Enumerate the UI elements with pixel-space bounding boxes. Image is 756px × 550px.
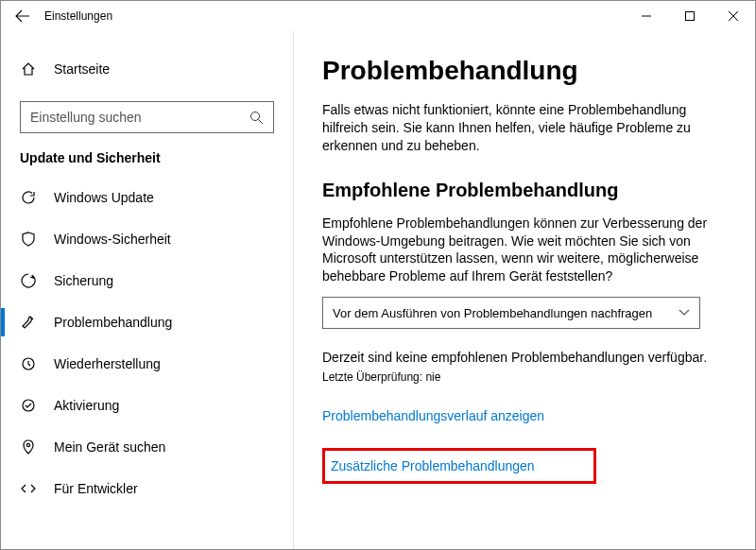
- find-icon: [20, 439, 37, 455]
- update-icon: [20, 190, 37, 205]
- sidebar-item-update[interactable]: Windows Update: [1, 177, 293, 218]
- home-label: Startseite: [54, 61, 110, 77]
- sidebar-item-label: Wiederherstellung: [54, 356, 161, 371]
- back-button[interactable]: [9, 2, 37, 30]
- recommended-description: Empfohlene Problembehandlungen können zu…: [322, 215, 727, 286]
- sidebar: Startseite Update und Sicherheit Windows…: [1, 31, 294, 549]
- home-icon: [20, 61, 37, 77]
- recommendation-dropdown[interactable]: Vor dem Ausführen von Problembehandlunge…: [322, 297, 700, 329]
- svg-rect-1: [686, 12, 695, 21]
- sidebar-item-label: Für Entwickler: [54, 481, 138, 496]
- sidebar-item-wrench[interactable]: Problembehandlung: [1, 301, 293, 343]
- page-title: Problembehandlung: [322, 56, 727, 86]
- backup-icon: [20, 273, 37, 288]
- maximize-button[interactable]: [668, 1, 712, 31]
- chevron-down-icon: [679, 309, 690, 317]
- search-box[interactable]: [20, 101, 274, 133]
- category-header: Update und Sicherheit: [1, 150, 293, 177]
- sidebar-item-backup[interactable]: Sicherung: [1, 260, 293, 301]
- sidebar-item-label: Windows-Sicherheit: [54, 232, 171, 247]
- svg-point-6: [26, 443, 29, 446]
- sidebar-item-label: Sicherung: [54, 273, 113, 288]
- svg-point-5: [23, 400, 34, 411]
- sidebar-item-dev[interactable]: Für Entwickler: [1, 468, 293, 509]
- sidebar-item-find[interactable]: Mein Gerät suchen: [1, 426, 293, 468]
- main-content: Problembehandlung Falls etwas nicht funk…: [294, 31, 755, 549]
- dropdown-value: Vor dem Ausführen von Problembehandlunge…: [333, 306, 652, 320]
- sidebar-item-label: Mein Gerät suchen: [54, 439, 165, 455]
- check-icon: [20, 398, 37, 413]
- home-link[interactable]: Startseite: [1, 50, 293, 88]
- shield-icon: [20, 232, 37, 247]
- sidebar-item-label: Windows Update: [54, 190, 154, 205]
- svg-line-3: [259, 119, 264, 124]
- close-button[interactable]: [712, 1, 755, 31]
- sidebar-item-restore[interactable]: Wiederherstellung: [1, 343, 293, 385]
- restore-icon: [20, 356, 37, 371]
- window-title: Einstellungen: [44, 9, 112, 23]
- history-link[interactable]: Problembehandlungsverlauf anzeigen: [322, 408, 727, 423]
- wrench-icon: [20, 315, 37, 330]
- search-input[interactable]: [30, 110, 249, 125]
- intro-text: Falls etwas nicht funktioniert, könnte e…: [322, 101, 727, 155]
- search-icon: [249, 111, 264, 125]
- dev-icon: [20, 481, 37, 496]
- status-text: Derzeit sind keine empfohlenen Problembe…: [322, 350, 727, 365]
- last-check-text: Letzte Überprüfung: nie: [322, 370, 727, 384]
- additional-troubleshooters-link[interactable]: Zusätzliche Problembehandlungen: [322, 448, 596, 484]
- minimize-button[interactable]: [625, 1, 668, 31]
- section-heading: Empfohlene Problembehandlung: [322, 180, 727, 201]
- sidebar-item-label: Problembehandlung: [54, 315, 172, 330]
- sidebar-item-label: Aktivierung: [54, 398, 119, 413]
- sidebar-item-shield[interactable]: Windows-Sicherheit: [1, 218, 293, 260]
- svg-point-2: [251, 112, 260, 120]
- sidebar-item-check[interactable]: Aktivierung: [1, 385, 293, 426]
